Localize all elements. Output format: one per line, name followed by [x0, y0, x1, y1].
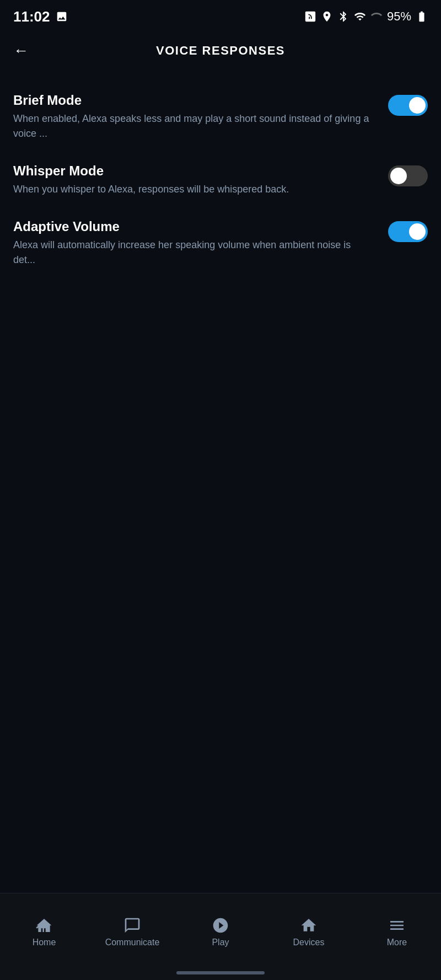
play-label: Play [212, 938, 229, 947]
status-time: 11:02 [13, 8, 68, 25]
signal-icon [370, 10, 383, 23]
whisper-mode-description: When you whisper to Alexa, responses wil… [13, 182, 375, 197]
status-bar: 11:02 95% [0, 0, 441, 31]
communicate-label: Communicate [105, 938, 160, 947]
brief-mode-description: When enabled, Alexa speaks less and may … [13, 111, 375, 141]
home-indicator [0, 968, 441, 980]
brief-mode-title: Brief Mode [13, 93, 375, 108]
whisper-mode-knob [390, 168, 407, 184]
nav-item-devices[interactable]: Devices [265, 917, 353, 947]
adaptive-volume-description: Alexa will automatically increase her sp… [13, 238, 375, 267]
bottom-navigation: Home Communicate Play Devices More [0, 893, 441, 968]
page-title: VOICE RESPONSES [156, 44, 285, 58]
more-label: More [387, 938, 407, 947]
brief-mode-toggle[interactable] [388, 95, 428, 116]
whisper-mode-setting: Whisper Mode When you whisper to Alexa, … [13, 152, 428, 208]
location-icon [321, 10, 333, 23]
home-icon [35, 917, 53, 934]
brief-mode-toggle-container [388, 93, 428, 116]
time-text: 11:02 [13, 8, 50, 25]
photo-icon [56, 10, 68, 23]
whisper-mode-toggle[interactable] [388, 165, 428, 186]
whisper-mode-text: Whisper Mode When you whisper to Alexa, … [13, 163, 388, 197]
more-icon [388, 917, 406, 934]
play-icon [212, 917, 229, 934]
bluetooth-icon [337, 10, 349, 23]
nav-item-communicate[interactable]: Communicate [88, 917, 176, 947]
adaptive-volume-text: Adaptive Volume Alexa will automatically… [13, 219, 388, 267]
settings-content: Brief Mode When enabled, Alexa speaks le… [0, 75, 441, 893]
adaptive-volume-knob [409, 223, 426, 240]
brief-mode-setting: Brief Mode When enabled, Alexa speaks le… [13, 82, 428, 152]
home-label: Home [33, 938, 56, 947]
nav-item-play[interactable]: Play [176, 917, 265, 947]
home-bar [176, 971, 265, 974]
devices-icon [300, 917, 318, 934]
nfc-icon [304, 10, 316, 23]
adaptive-volume-toggle-container [388, 219, 428, 242]
devices-label: Devices [293, 938, 325, 947]
brief-mode-knob [409, 97, 426, 114]
battery-icon [416, 10, 428, 23]
whisper-mode-toggle-container [388, 163, 428, 186]
whisper-mode-title: Whisper Mode [13, 163, 375, 179]
wifi-icon [354, 10, 366, 23]
communicate-icon [123, 917, 141, 934]
adaptive-volume-setting: Adaptive Volume Alexa will automatically… [13, 208, 428, 279]
battery-percent: 95% [387, 9, 411, 24]
nav-item-more[interactable]: More [353, 917, 441, 947]
adaptive-volume-toggle[interactable] [388, 221, 428, 242]
adaptive-volume-title: Adaptive Volume [13, 219, 375, 234]
brief-mode-text: Brief Mode When enabled, Alexa speaks le… [13, 93, 388, 141]
header: ← VOICE RESPONSES [0, 31, 441, 75]
back-button[interactable]: ← [13, 40, 35, 62]
status-icons-right: 95% [304, 9, 428, 24]
nav-item-home[interactable]: Home [0, 917, 88, 947]
